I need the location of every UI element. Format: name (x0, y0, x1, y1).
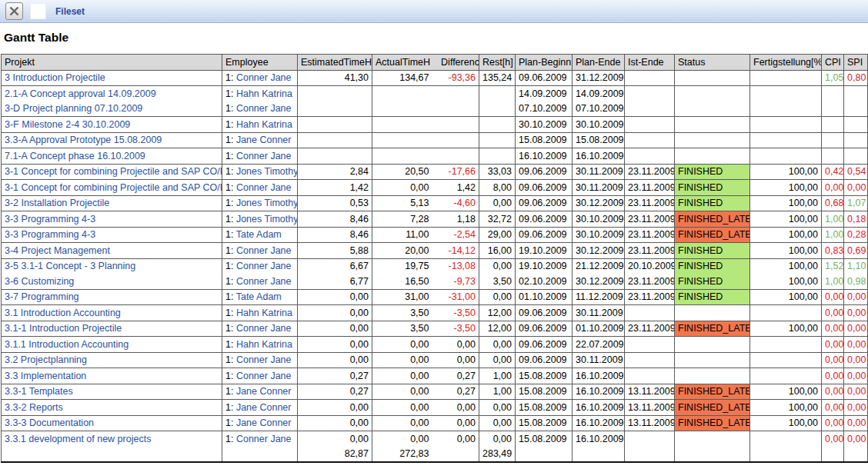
employee-link[interactable]: Conner Jane (233, 371, 291, 381)
employee-link[interactable]: Conner Jane (233, 72, 291, 83)
project-cell: 3-6 Customizing (2, 274, 222, 289)
employee-link[interactable]: Jane Conner (233, 135, 291, 145)
project-link[interactable]: 3.1 Introduction Accounting (5, 308, 121, 318)
project-link[interactable]: 3.1.1 Introduction Accounting (5, 339, 129, 350)
employee-link[interactable]: Jane Conner (233, 386, 291, 397)
project-link[interactable]: 3.1-1 Introduction Projectile (5, 323, 122, 334)
employee-link[interactable]: Conner Jane (233, 151, 291, 161)
project-link[interactable]: 3-5 3.1-1 Concept - 3 Planning (5, 261, 135, 271)
employee-link[interactable]: Hahn Katrina (233, 119, 292, 130)
project-link[interactable]: 3-F Milestone 2-4 30.10.2009 (5, 119, 130, 130)
employee-link[interactable]: Jane Conner (233, 417, 291, 428)
column-header-spi[interactable]: SPI (844, 55, 868, 71)
rest-hours-cell: 0,00 (479, 258, 516, 274)
employee-link[interactable]: Conner Jane (233, 434, 291, 444)
employee-link[interactable]: Conner Jane (233, 261, 291, 271)
plan-beginn-cell: 09.06.2009 (516, 305, 573, 321)
employee-link[interactable]: Jane Conner (233, 402, 291, 413)
employee-prefix: 1: (225, 151, 233, 161)
project-link[interactable]: 3-6 Customizing (5, 276, 74, 287)
project-link[interactable]: 2.1-A Concept approval 14.09.2009 (5, 88, 156, 99)
project-link[interactable]: 3.2 Projectplanning (5, 354, 87, 365)
employee-link[interactable]: Tate Adam (233, 291, 281, 302)
column-header-cpi[interactable]: CPI (822, 55, 844, 71)
employee-cell: 1: Tate Adam (222, 289, 298, 305)
status-badge (675, 305, 750, 321)
project-link[interactable]: 3-4 Project Management (5, 245, 110, 256)
employee-link[interactable]: Jones Timothy (233, 198, 297, 208)
status-badge: FINISHED (675, 289, 750, 305)
project-link[interactable]: 3-D Project planning 07.10.2009 (5, 103, 142, 114)
plan-beginn-cell: 14.09.2009 (516, 86, 573, 101)
project-link[interactable]: 7.1-A Concept phase 16.10.2009 (5, 151, 145, 161)
project-link[interactable]: 3.3-1 Templates (5, 386, 73, 397)
fertigstellung-cell: 100,00 (750, 384, 822, 400)
project-link[interactable]: 3.3-A Approval Prototype 15.08.2009 (5, 135, 162, 145)
column-header-actualtime-difference[interactable]: ActualTimeHDifferenceH (372, 55, 479, 71)
fileset-box-icon[interactable] (30, 3, 46, 19)
plan-ende-cell: 21.12.2009 (573, 258, 625, 274)
project-link[interactable]: 3.3-2 Reports (5, 402, 63, 413)
table-row: 3.3 Implementation1: Conner Jane0,270,00… (2, 368, 868, 384)
project-link[interactable]: 3.3 Implementation (5, 371, 86, 381)
employee-link[interactable]: Conner Jane (233, 323, 291, 334)
employee-link[interactable]: Conner Jane (233, 182, 291, 193)
cpi-cell: 0,68 (822, 195, 844, 211)
project-link[interactable]: 3-1 Concept for combining Projectile and… (5, 166, 222, 177)
table-row: 3-1 Concept for combining Projectile and… (2, 164, 868, 180)
employee-link[interactable]: Hahn Katrina (233, 308, 292, 318)
status-badge (675, 117, 750, 133)
project-link[interactable]: 3-1 Concept for combining Projectile and… (5, 182, 222, 193)
cpi-cell: 0,00 (822, 384, 844, 400)
employee-link[interactable]: Conner Jane (233, 245, 291, 256)
project-link[interactable]: 3-2 Installation Projectile (5, 198, 109, 208)
column-header-projekt[interactable]: Projekt (2, 55, 222, 71)
employee-link[interactable]: Conner Jane (233, 103, 291, 114)
column-header-ist-ende[interactable]: Ist-Ende (625, 55, 675, 71)
employee-prefix: 1: (225, 386, 233, 397)
project-link[interactable]: 3 Introduction Projectile (5, 72, 105, 83)
fileset-label[interactable]: Fileset (55, 6, 85, 17)
column-header-fertigstellung[interactable]: Fertigstellung[%] (750, 55, 822, 71)
plan-beginn-cell: 01.10.2009 (516, 289, 573, 305)
plan-beginn-cell: 15.08.2009 (516, 132, 573, 148)
status-badge: FINISHED (675, 243, 750, 259)
employee-link[interactable]: Hahn Katrina (233, 88, 292, 99)
employee-link[interactable]: Conner Jane (233, 354, 291, 365)
spi-cell: 0,00 (844, 321, 868, 337)
column-header-employee[interactable]: Employee (222, 55, 298, 71)
project-link[interactable]: 3-3 Programming 4-3 (5, 229, 95, 240)
employee-link[interactable]: Conner Jane (233, 276, 291, 287)
employee-link[interactable]: Jones Timothy (233, 214, 297, 225)
estimated-time-cell (298, 86, 372, 101)
cpi-cell: 0,00 (822, 368, 844, 384)
status-badge (675, 337, 750, 353)
project-cell: 3.3-1 Templates (2, 384, 222, 400)
employee-link[interactable]: Jones Timothy (233, 166, 297, 177)
employee-link[interactable]: Tate Adam (233, 229, 281, 240)
actual-time-cell: 20,00 (372, 243, 432, 259)
ist-ende-cell: 23.11.2009 (625, 227, 675, 243)
fertigstellung-cell: 100,00 (750, 243, 822, 259)
plan-ende-cell: 30.12.2009 (573, 195, 625, 211)
actual-time-cell: 31,00 (372, 289, 432, 305)
difference-cell (432, 117, 479, 133)
plan-ende-cell: 16.10.2009 (573, 148, 625, 165)
project-link[interactable]: 3-7 Programming (5, 291, 79, 302)
close-button[interactable] (5, 2, 23, 20)
employee-link[interactable]: Hahn Katrina (233, 339, 292, 350)
estimated-time-cell: 5,88 (298, 243, 372, 259)
totals-plan-ende-cell (573, 447, 625, 463)
column-header-plan-ende[interactable]: Plan-Ende (573, 55, 625, 71)
column-header-plan-beginn[interactable]: Plan-Beginn (516, 55, 573, 71)
column-header-rest[interactable]: Rest[h] (479, 55, 516, 71)
project-cell: 3.3-3 Documentation (2, 415, 222, 431)
column-header-status[interactable]: Status (675, 55, 750, 71)
project-link[interactable]: 3-3 Programming 4-3 (5, 214, 95, 225)
project-link[interactable]: 3.3-3 Documentation (5, 417, 94, 428)
estimated-time-cell (298, 117, 372, 133)
column-header-estimated[interactable]: EstimatedTimeH (298, 55, 372, 71)
estimated-time-cell (298, 101, 372, 117)
ist-ende-cell (625, 431, 675, 447)
project-link[interactable]: 3.3.1 development of new projects (5, 434, 151, 444)
